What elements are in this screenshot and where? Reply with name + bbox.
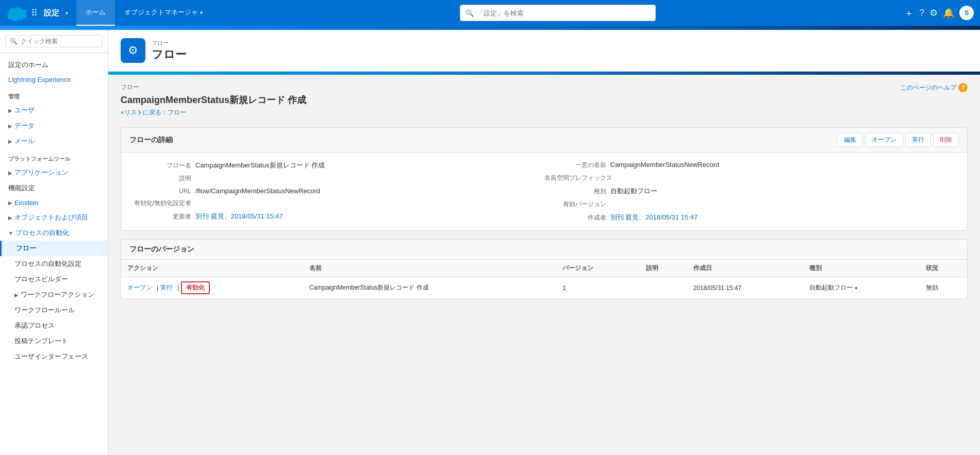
app-chevron-icon: ▶ xyxy=(8,170,12,176)
sidebar-section-admin: 管理 xyxy=(0,87,108,103)
detail-row-created-by: 作成者 別刊 庭見、2018/05/31 15:47 xyxy=(544,211,959,224)
detail-row-unique-name: 一意の名前 CampaignMemberStatusNewRecord xyxy=(544,159,959,172)
detail-left-column: フロー名 CampaignMemberStatus新規レコード 作成 説明 UR… xyxy=(129,159,544,224)
cell-name: CampaignMemberStatus新規レコード 作成 xyxy=(303,277,557,299)
sidebar-item-email[interactable]: ▶ メール xyxy=(0,133,108,149)
version-card-header-title: フローのバージョン xyxy=(129,245,959,254)
version-table: アクション 名前 バージョン 説明 作成日 種別 状況 オープン xyxy=(121,260,967,299)
sidebar-item-workflow-rule[interactable]: ワークフロールール xyxy=(0,302,108,318)
sidebar-item-workflow-action[interactable]: ▶ ワークフローアクション xyxy=(0,287,108,302)
sidebar-item-home[interactable]: 設定のホーム xyxy=(0,57,108,73)
detail-right-column: 一意の名前 CampaignMemberStatusNewRecord 名前空間… xyxy=(544,159,959,224)
top-navigation: ⠿ 設定 ▾ ホーム オブジェクトマネージャ ▾ 🔍 ＋ ? ⚙ 🔔 S xyxy=(0,0,980,26)
detail-row-updated-by: 更新者 別刊 庭見、2018/05/31 15:47 xyxy=(129,210,544,223)
sidebar-item-user-interface[interactable]: ユーザインターフェース xyxy=(0,349,108,364)
detail-row-activator: 有効化/無効化設定者 xyxy=(129,197,544,210)
search-container: 🔍 xyxy=(216,5,900,21)
nav-settings-chevron[interactable]: ▾ xyxy=(65,10,68,16)
version-table-header-row: アクション 名前 バージョン 説明 作成日 種別 状況 xyxy=(121,260,967,277)
gear-icon: ⚙ xyxy=(128,44,138,57)
detail-row-type: 種別 自動起動フロー xyxy=(544,184,959,198)
page-header-breadcrumb: フロー xyxy=(152,39,187,47)
detail-row-description: 説明 xyxy=(129,172,544,185)
search-input[interactable] xyxy=(477,9,650,17)
sidebar-item-user[interactable]: ▶ ユーザ xyxy=(0,103,108,118)
sidebar-item-features[interactable]: 機能設定 xyxy=(0,180,108,196)
table-row: オープン | 実行 | 有効化 CampaignMemberStatus新規レコ… xyxy=(121,277,967,299)
row-run-link[interactable]: 実行 xyxy=(160,284,173,291)
col-type: 種別 xyxy=(803,260,919,277)
page-header-title: フロー xyxy=(152,47,187,62)
sidebar-item-flow[interactable]: フロー xyxy=(0,241,108,256)
apps-grid-icon[interactable]: ⠿ xyxy=(31,7,38,19)
version-table-head: アクション 名前 バージョン 説明 作成日 種別 状況 xyxy=(121,260,967,277)
tab-object-manager[interactable]: オブジェクトマネージャ ▾ xyxy=(115,0,212,26)
cell-version: 1 xyxy=(556,277,639,299)
detail-row-url: URL /flow/CampaignMemberStatusNewRecord xyxy=(129,185,544,197)
breadcrumb: フロー xyxy=(121,83,306,92)
sidebar-section-platform: プラットフォームツール xyxy=(0,149,108,165)
sidebar-item-post-template[interactable]: 投稿テンプレート xyxy=(0,333,108,349)
help-icon[interactable]: ? xyxy=(919,8,924,19)
cell-type: 自動起動フロー ● xyxy=(803,277,919,299)
settings-gear-icon[interactable]: ⚙ xyxy=(929,7,938,19)
version-card-header: フローのバージョン xyxy=(121,240,967,260)
sidebar-item-lightning-exp[interactable]: Lightning Experience xyxy=(0,73,108,87)
sidebar-item-objects[interactable]: ▶ オブジェクトおよび項目 xyxy=(0,210,108,225)
flow-section-title: CampaignMemberStatus新規レコード 作成 xyxy=(121,94,306,106)
row-open-link[interactable]: オープン xyxy=(127,284,152,291)
sidebar-item-process-automation[interactable]: ▼ プロセスの自動化 xyxy=(0,225,108,241)
detail-card-body: フロー名 CampaignMemberStatus新規レコード 作成 説明 UR… xyxy=(121,153,967,230)
sidebar-item-process-settings[interactable]: プロセスの自動化設定 xyxy=(0,256,108,272)
bell-icon[interactable]: 🔔 xyxy=(943,7,954,19)
process-chevron-icon: ▼ xyxy=(8,230,13,236)
page-header-text: フロー フロー xyxy=(152,39,187,62)
edit-button[interactable]: 編集 xyxy=(837,133,863,147)
content-top-row: フロー CampaignMemberStatus新規レコード 作成 «リストに戻… xyxy=(121,83,968,123)
sidebar-search-box: 🔍 xyxy=(5,35,103,47)
sidebar-item-einstein[interactable]: ▶ Einstein xyxy=(0,196,108,210)
workflow-action-chevron-icon: ▶ xyxy=(14,292,19,298)
detail-card-header: フローの詳細 編集 オープン 実行 削除 xyxy=(121,128,967,153)
sidebar-search-icon: 🔍 xyxy=(10,38,18,45)
sidebar-item-application[interactable]: ▶ アプリケーション xyxy=(0,165,108,180)
sidebar-item-data[interactable]: ▶ データ xyxy=(0,118,108,133)
search-box: 🔍 xyxy=(460,5,656,21)
sidebar: 🔍 設定のホーム Lightning Experience 管理 ▶ ユーザ ▶… xyxy=(0,30,108,455)
sidebar-search-container: 🔍 xyxy=(0,30,108,53)
objects-chevron-icon: ▶ xyxy=(8,215,12,221)
run-button[interactable]: 実行 xyxy=(905,133,931,147)
detail-card-actions: 編集 オープン 実行 削除 xyxy=(837,133,959,147)
col-description: 説明 xyxy=(640,260,687,277)
sidebar-search-input[interactable] xyxy=(21,38,98,45)
sidebar-nav: 設定のホーム Lightning Experience 管理 ▶ ユーザ ▶ デ… xyxy=(0,53,108,368)
sidebar-item-approval[interactable]: 承認プロセス xyxy=(0,318,108,333)
sub-nav-bar xyxy=(0,26,980,30)
detail-card-header-title: フローの詳細 xyxy=(129,136,173,145)
open-button[interactable]: オープン xyxy=(865,133,903,147)
col-version: バージョン xyxy=(556,260,639,277)
einstein-chevron-icon: ▶ xyxy=(8,200,12,206)
salesforce-logo[interactable] xyxy=(6,3,27,23)
tab-home[interactable]: ホーム xyxy=(76,0,115,26)
cell-actions: オープン | 実行 | 有効化 xyxy=(121,277,303,299)
content-left: フロー CampaignMemberStatus新規レコード 作成 «リストに戻… xyxy=(121,83,306,123)
content-area: フロー CampaignMemberStatus新規レコード 作成 «リストに戻… xyxy=(108,75,980,308)
top-nav-actions: ＋ ? ⚙ 🔔 S xyxy=(904,6,974,20)
cell-created-date: 2018/05/31 15:47 xyxy=(687,277,803,299)
col-status: 状況 xyxy=(920,260,967,277)
cell-description xyxy=(640,277,687,299)
sidebar-item-process-builder[interactable]: プロセスビルダー xyxy=(0,272,108,287)
add-action-icon[interactable]: ＋ xyxy=(904,6,914,20)
page-header: ⚙ フロー フロー xyxy=(108,30,980,72)
avatar[interactable]: S xyxy=(959,6,974,20)
nav-settings-label: 設定 xyxy=(44,8,59,18)
col-action: アクション xyxy=(121,260,303,277)
help-link[interactable]: このページのヘルプ ? xyxy=(901,83,968,92)
cell-status: 無効 xyxy=(920,277,967,299)
back-to-list-link[interactable]: «リストに戻る：フロー xyxy=(121,108,186,117)
detail-row-active-version: 有効バージョン xyxy=(544,198,959,211)
row-activate-button[interactable]: 有効化 xyxy=(181,281,210,294)
version-table-body: オープン | 実行 | 有効化 CampaignMemberStatus新規レコ… xyxy=(121,277,967,299)
delete-button[interactable]: 削除 xyxy=(933,133,959,147)
